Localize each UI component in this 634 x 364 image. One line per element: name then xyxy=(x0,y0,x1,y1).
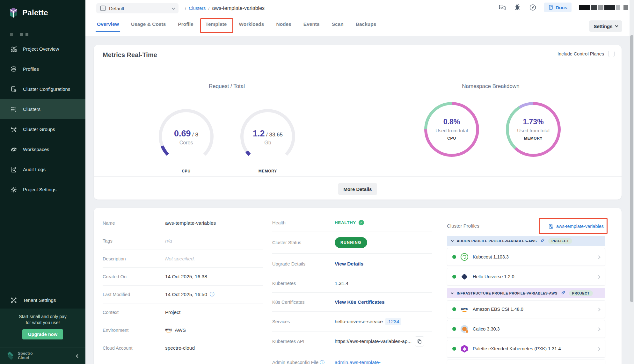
book-icon xyxy=(548,5,553,10)
pack-status-dot xyxy=(452,327,456,331)
more-details-button[interactable]: More Details xyxy=(338,183,377,195)
request-total-title: Request / Total xyxy=(94,83,360,90)
kubecost-icon xyxy=(461,253,468,261)
tab-template[interactable]: Template xyxy=(205,15,228,33)
scrollbar xyxy=(630,0,634,364)
tab-overview[interactable]: Overview xyxy=(96,15,120,33)
profile-pack-row-amazon-ebs[interactable]: aws Amazon EBS CSI 1.48.0 xyxy=(447,300,605,318)
detail-row-services: Services hello-universe-service :1234 xyxy=(272,312,432,331)
sidebar-collapse-button[interactable] xyxy=(77,353,79,359)
cpu-gauge-label: CPU xyxy=(159,169,214,173)
kubeconfig-file-link[interactable]: admin.aws-template- xyxy=(335,360,381,364)
profile-pack-row-kubecost[interactable]: Kubecost 1.103.3 xyxy=(447,248,605,266)
breadcrumb-separator: / xyxy=(185,6,186,11)
sidebar-item-cluster-groups[interactable]: Cluster Groups xyxy=(0,119,85,139)
link-icon xyxy=(561,290,565,296)
project-chart-icon xyxy=(100,5,106,11)
aws-ebs-icon: aws xyxy=(461,305,468,313)
view-details-link[interactable]: View Details xyxy=(335,261,363,267)
palette-logo-icon xyxy=(8,7,18,18)
info-icon[interactable]: ⓘ xyxy=(210,291,215,297)
breadcrumb: / Clusters / aws-template-variables xyxy=(185,3,265,13)
include-control-planes: Include Control Planes xyxy=(557,51,615,57)
addon-profile-section-header[interactable]: ADDON PROFILE PROFILE-VARIABLES-AWS PROJ… xyxy=(447,236,605,246)
cluster-tabs: Overview Usage & Costs Profile Template … xyxy=(96,15,377,33)
spectro-cloud-logo-icon xyxy=(6,352,15,360)
brand: Palette xyxy=(8,7,48,18)
namespace-memory-percent: 1.73% xyxy=(506,118,561,126)
sidebar-item-project-settings[interactable]: Project Settings xyxy=(0,179,85,200)
detail-row-description: Description Not specified. xyxy=(103,250,263,268)
docs-button[interactable]: Docs xyxy=(544,3,572,12)
sidebar-item-cluster-configurations[interactable]: Cluster Configurations xyxy=(0,79,85,99)
infrastructure-profile-section-header[interactable]: INFRASTRUCTURE PROFILE PROFILE-VARIABLES… xyxy=(447,288,605,298)
namespace-memory-label: MEMORY xyxy=(506,136,561,141)
cluster-profile-link[interactable]: aws-template-variables xyxy=(544,221,604,232)
gear-icon xyxy=(10,186,17,193)
profile-pack-row-pxk[interactable]: Palette eXtended Kubernetes (PXK) 1.31.4 xyxy=(447,340,605,358)
memory-unit: Gb xyxy=(240,140,295,146)
breadcrumb-link-clusters[interactable]: Clusters xyxy=(189,6,206,11)
sidebar-item-clusters[interactable]: Clusters xyxy=(0,99,85,119)
sidebar-item-label: Project Settings xyxy=(23,187,56,192)
topbar: Default / Clusters / aws-template-variab… xyxy=(85,0,634,36)
settings-button[interactable]: Settings xyxy=(589,20,622,32)
project-badge: PROJECT xyxy=(569,290,593,296)
tab-profile[interactable]: Profile xyxy=(177,15,194,33)
cluster-details-card: Name aws-template-variables Tags n/a Des… xyxy=(94,208,622,364)
tab-backups[interactable]: Backups xyxy=(355,15,377,33)
detail-row-upgrade-details: Upgrade Details View Details xyxy=(272,254,432,274)
namespace-breakdown-title: Namespace Breakdown xyxy=(360,83,622,90)
profile-pack-row-calico[interactable]: Calico 3.30.3 xyxy=(447,320,605,338)
cpu-gauge: 0.69 / 8 Cores CPU xyxy=(159,109,214,173)
docs-button-label: Docs xyxy=(556,5,567,10)
server-icon xyxy=(10,106,17,113)
bug-icon[interactable] xyxy=(514,4,521,11)
link-icon xyxy=(540,238,545,244)
scrollbar-thumb[interactable] xyxy=(630,35,633,302)
view-k8s-certificates-link[interactable]: View K8s Certificates xyxy=(335,299,385,305)
tab-events[interactable]: Events xyxy=(303,15,320,33)
sidebar-item-workspaces[interactable]: Workspaces xyxy=(0,139,85,159)
include-control-planes-checkbox[interactable] xyxy=(608,51,615,57)
promo-text-line1: Start small and only pay xyxy=(0,314,85,320)
tab-scan[interactable]: Scan xyxy=(331,15,344,33)
sidebar-item-label: Cluster Configurations xyxy=(23,86,70,92)
profile-pack-row-hello-universe[interactable]: Hello Universe 1.2.0 xyxy=(447,268,605,286)
project-selector[interactable]: Default xyxy=(96,3,179,13)
detail-row-environment: Environment aws AWS xyxy=(103,321,263,339)
sidebar-item-tenant-settings[interactable]: Tenant Settings xyxy=(0,290,85,310)
bar-chart-icon xyxy=(10,46,17,53)
tab-usage-costs[interactable]: Usage & Costs xyxy=(130,15,166,33)
pxk-icon xyxy=(461,345,468,353)
detail-row-last-modified: Last Modified 14 Oct 2025, 16:50 ⓘ xyxy=(103,286,263,303)
chevron-right-icon xyxy=(597,254,600,260)
user-name-redacted[interactable] xyxy=(579,5,628,10)
details-left-column: Name aws-template-variables Tags n/a Des… xyxy=(103,214,263,364)
sidebar-item-label: Project Overview xyxy=(23,46,59,52)
chat-icon[interactable] xyxy=(498,4,506,11)
sidebar-item-profiles[interactable]: Profiles xyxy=(0,59,85,79)
healthy-check-icon: ✓ xyxy=(359,220,364,225)
tab-workloads[interactable]: Workloads xyxy=(238,15,265,33)
detail-row-kubernetes-api: Kubernetes API https://aws-template-vari… xyxy=(272,331,432,351)
profile-pack-row-ubuntu[interactable]: Ubuntu (AWS) 22.04 xyxy=(447,360,605,364)
cluster-profile-link-label: aws-template-variables xyxy=(556,224,604,229)
service-port-link[interactable]: :1234 xyxy=(385,318,401,325)
info-icon[interactable]: ⓘ xyxy=(320,360,324,364)
chevron-down-icon xyxy=(451,291,454,294)
upgrade-now-button[interactable]: Upgrade now xyxy=(22,329,63,339)
sidebar-item-audit-logs[interactable]: Audit Logs xyxy=(0,159,85,179)
health-status: HEALTHY xyxy=(335,220,356,225)
pack-status-dot xyxy=(452,307,456,311)
tab-nodes[interactable]: Nodes xyxy=(275,15,292,33)
cluster-profiles-title: Cluster Profiles xyxy=(447,223,479,229)
sidebar-item-label: Workspaces xyxy=(23,147,49,152)
copy-button[interactable] xyxy=(415,336,424,346)
chevron-right-icon xyxy=(597,346,600,352)
detail-row-k8s-certificates: K8s Certificates View K8s Certificates xyxy=(272,293,432,312)
divider xyxy=(94,176,622,177)
sidebar-item-project-overview[interactable]: Project Overview xyxy=(0,39,85,59)
topbar-actions: Docs xyxy=(498,3,634,12)
compass-icon[interactable] xyxy=(529,4,536,11)
